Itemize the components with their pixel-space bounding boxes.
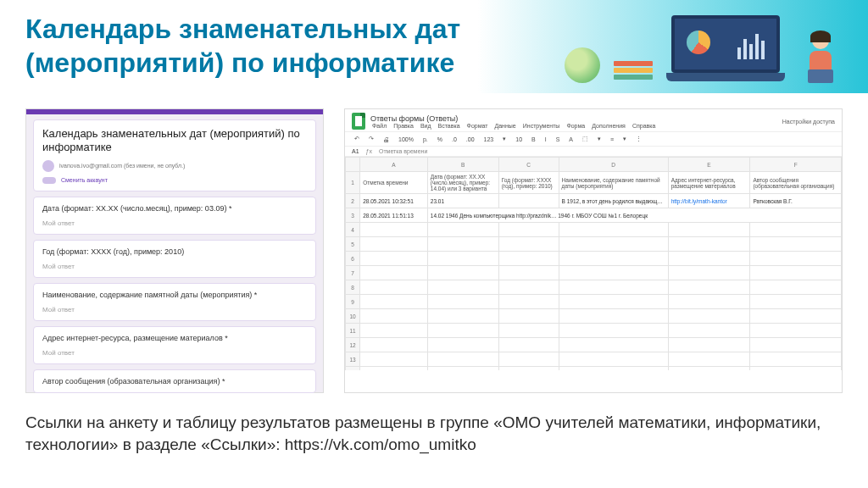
question-text: Автор сообщения (образовательная организ… [42, 377, 307, 385]
form-question-5: Автор сообщения (образовательная организ… [33, 369, 316, 393]
menu-view: Вид [420, 123, 431, 129]
menu-format: Формат [467, 123, 488, 129]
globe-icon [565, 47, 600, 83]
answer-placeholder: Мой ответ [42, 349, 307, 357]
laptop-icon [666, 15, 785, 83]
form-account-line: ivanova.ivo@gmail.com (без имени, не опу… [42, 160, 307, 172]
hcell-date: Дата (формат: ХХ.ХХ (число.месяц), приме… [427, 172, 498, 194]
question-text: Наименование, содержание памятной даты (… [42, 291, 307, 299]
more: ▾ [620, 135, 629, 143]
question-text: Адрес интернет-ресурса, размещение матер… [42, 334, 307, 342]
font-more: ▾ [500, 135, 509, 143]
cell-link: http://bit.ly/math-kantor [668, 194, 750, 208]
hcell-author: Автор сообщения (образовательная организ… [750, 172, 842, 194]
fx-value: Отметка времени [379, 148, 427, 154]
form-question-3: Наименование, содержание памятной даты (… [33, 283, 316, 321]
text-color: A [566, 136, 576, 143]
col-F: F [750, 158, 842, 172]
print-icon: 🖨 [381, 136, 392, 143]
data-row-2: 2 28.05.2021 10:32:51 23.01 В 1912, в эт… [346, 194, 842, 208]
avatar-icon [42, 160, 54, 172]
answer-placeholder: Мой ответ [42, 219, 307, 227]
menu-data: Данные [494, 123, 515, 129]
overflow: ⋮ [633, 135, 644, 143]
sheet-grid: A B C D E F 1 Отметка времени Дата (форм… [345, 157, 842, 370]
menu-insert: Вставка [438, 123, 460, 129]
slide-title: Календарь знаменательных дат (мероприяти… [0, 0, 551, 80]
menu-edit: Правка [393, 123, 414, 129]
menu-file: Файл [372, 123, 387, 129]
google-sheet-screenshot: Ответы формы (Ответы) Файл Правка Вид Вс… [344, 108, 843, 393]
borders: ▾ [595, 135, 604, 143]
hcell-ts: Отметка времени [360, 172, 428, 194]
menu-addons: Дополнения [592, 123, 626, 129]
sheet-menu-bar: Файл Правка Вид Вставка Формат Данные Ин… [372, 123, 655, 129]
strike: S [554, 136, 563, 143]
percent: % [435, 136, 445, 143]
currency: р. [420, 136, 431, 143]
column-letters-row: A B C D E F [346, 158, 842, 172]
font-size: 10 [513, 136, 525, 143]
cell-desc: В 1912, в этот день родился выдающийся с… [559, 194, 668, 208]
form-header-card: Календарь знаменательных дат (мероприяти… [33, 119, 316, 191]
form-question-1: Дата (формат: ХХ.ХХ (число.месяц), приме… [33, 197, 316, 235]
empty-row: 9 [346, 295, 842, 309]
cell-date: 23.01 [427, 194, 498, 208]
col-B: B [427, 158, 498, 172]
cell-ts: 28.05.2021 11:51:13 [360, 208, 428, 223]
menu-form: Форма [566, 123, 585, 129]
sheets-icon [352, 113, 365, 130]
answer-placeholder: Мой ответ [42, 306, 307, 313]
empty-row: 10 [346, 309, 842, 324]
header-illustration [565, 15, 843, 83]
col-E: E [668, 158, 750, 172]
empty-row: 12 [346, 338, 842, 352]
form-title: Календарь знаменательных дат (мероприяти… [42, 127, 307, 155]
kid-with-laptop-icon [798, 32, 843, 83]
cell-reference: A1 [352, 148, 359, 154]
form-switch-account: Сменить аккаунт [42, 177, 307, 184]
empty-row: 5 [346, 237, 842, 252]
zoom-level: 100% [396, 136, 416, 143]
data-row-3: 3 28.05.2021 11:51:13 14.02 1946 День ко… [346, 208, 842, 223]
empty-row: 6 [346, 252, 842, 266]
question-text: Год (формат: ХХХХ (год), пример: 2010) [42, 247, 307, 256]
cell-year [498, 194, 559, 208]
redo-icon: ↷ [366, 135, 376, 143]
empty-row: 7 [346, 266, 842, 280]
undo-icon: ↶ [352, 135, 362, 143]
hcell-link: Адрес интернет-ресурса, размещение матер… [668, 172, 750, 194]
answer-placeholder: Мой ответ [42, 263, 307, 270]
presentation-slide: Календарь знаменательных дат (мероприяти… [0, 0, 868, 488]
hcell-desc: Наименование, содержание памятной даты (… [559, 172, 668, 194]
form-accent-stripe [26, 109, 323, 114]
form-question-4: Адрес интернет-ресурса, размещение матер… [33, 326, 316, 364]
fx-icon: ƒx [366, 148, 372, 154]
menu-help: Справка [632, 123, 655, 129]
align: ≡ [608, 136, 616, 143]
dec-less: .0 [449, 136, 459, 143]
sheet-toolbar: ↶ ↷ 🖨 100% р. % .0 .00 123 ▾ 10 B I S A … [345, 132, 842, 147]
col-C: C [498, 158, 559, 172]
cell-rest: 14.02 1946 День компьютерщика http://pra… [427, 208, 841, 223]
col-D: D [559, 158, 668, 172]
sheet-titlebar: Ответы формы (Ответы) Файл Правка Вид Вс… [345, 109, 842, 132]
slide-caption: Ссылки на анкету и таблицу результатов р… [0, 400, 868, 455]
menu-tools: Инструменты [523, 123, 560, 129]
cell-author: Ратковская В.Г. [750, 194, 842, 208]
google-form-screenshot: Календарь знаменательных дат (мероприяти… [25, 108, 324, 393]
bold: B [529, 136, 538, 143]
form-email: ivanova.ivo@gmail.com (без имени, не опу… [59, 163, 185, 169]
empty-row: 11 [346, 324, 842, 338]
formula-bar: A1 ƒx Отметка времени [345, 147, 842, 157]
slide-header: Календарь знаменательных дат (мероприяти… [0, 0, 868, 93]
num-format: 123 [481, 136, 497, 143]
empty-row: 14 [346, 367, 842, 370]
books-icon [614, 61, 653, 80]
empty-row: 4 [346, 223, 842, 237]
empty-row: 13 [346, 352, 842, 367]
content-panels: Календарь знаменательных дат (мероприяти… [0, 93, 868, 400]
form-question-2: Год (формат: ХХХХ (год), пример: 2010) М… [33, 240, 316, 278]
hcell-year: Год (формат: ХХХХ (год), пример: 2010) [498, 172, 559, 194]
header-row: 1 Отметка времени Дата (формат: ХХ.ХХ (ч… [346, 172, 842, 194]
